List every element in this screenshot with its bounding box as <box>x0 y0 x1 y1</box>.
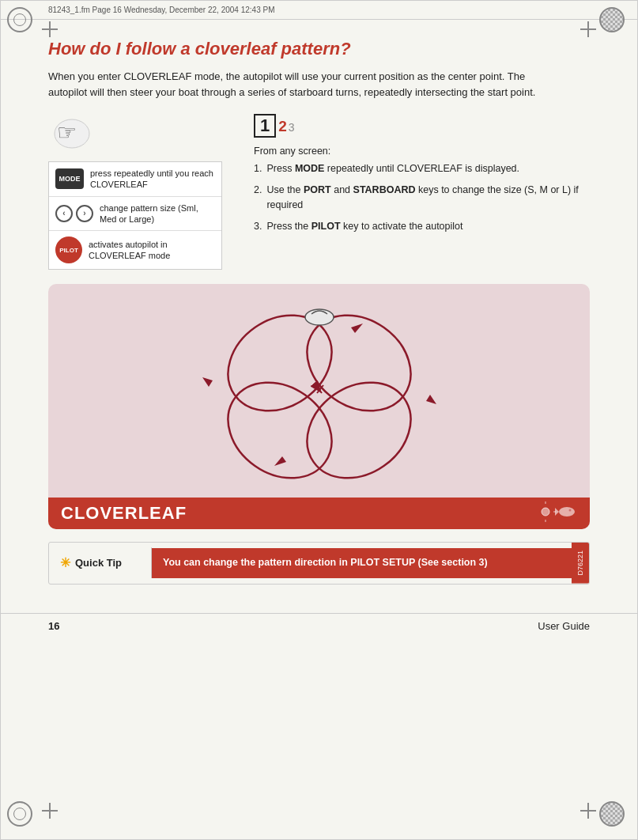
arrow-buttons: ‹ › <box>55 205 93 222</box>
instruction-text-1: Press MODE repeatedly until CLOVERLEAF i… <box>266 161 519 176</box>
diagram-footer: CLOVERLEAF <box>48 498 590 529</box>
main-content: How do I follow a cloverleaf pattern? Wh… <box>1 20 637 613</box>
instruction-text-3: Press the PILOT key to activate the auto… <box>266 219 462 234</box>
mode-button-badge: MODE <box>55 168 84 189</box>
starboard-key: STARBOARD <box>353 184 416 195</box>
from-screen-label: From any screen: <box>254 146 590 157</box>
svg-text:☞: ☞ <box>57 120 77 145</box>
hand-icon-box: ☞ <box>48 114 96 153</box>
cross-mark-bl <box>42 803 58 819</box>
mode-key: MODE <box>295 163 325 174</box>
corner-circle <box>599 801 625 827</box>
page: 81243_1.fm Page 16 Wednesday, December 2… <box>0 0 638 840</box>
hand-pointing-icon: ☞ <box>51 116 94 152</box>
cloverleaf-label: CLOVERLEAF <box>61 503 187 524</box>
cloverleaf-svg <box>169 292 470 490</box>
left-arrow-button: ‹ <box>55 205 73 222</box>
corner-mark-br <box>599 801 631 833</box>
instruction-item-3: 3. Press the PILOT key to activate the a… <box>254 219 590 234</box>
steps-table: MODE press repeatedly until you reach CL… <box>48 161 222 270</box>
fish-icon <box>538 500 577 528</box>
pilot-button-badge: PILOT <box>55 236 82 263</box>
arrow-step-label: change pattern size (Sml, Med or Large) <box>100 202 215 225</box>
diagram-inner <box>48 284 590 498</box>
corner-circle <box>7 801 32 827</box>
quick-tip-label-text: Quick Tip <box>75 557 122 569</box>
arrow-step-row: ‹ › change pattern size (Sml, Med or Lar… <box>49 197 221 232</box>
corner-circle <box>599 7 625 32</box>
quick-tip-label-box: ✳ Quick Tip <box>49 547 152 578</box>
file-info: 81243_1.fm Page 16 Wednesday, December 2… <box>48 6 274 14</box>
page-number: 16 <box>48 620 59 632</box>
diagram-container: CLOVERLEAF <box>48 284 590 529</box>
boat-icon <box>305 309 334 325</box>
cross-mark-tl <box>42 21 58 37</box>
instruction-item-1: 1. Press MODE repeatedly until CLOVERLEA… <box>254 161 590 176</box>
pilot-key: PILOT <box>311 221 341 232</box>
quick-tip-text: You can change the pattern direction in … <box>152 548 572 578</box>
corner-mark-tl <box>7 7 39 39</box>
header-bar: 81243_1.fm Page 16 Wednesday, December 2… <box>1 1 637 20</box>
instruction-item-2: 2. Use the PORT and STARBOARD keys to ch… <box>254 183 590 213</box>
user-guide-label: User Guide <box>538 620 590 632</box>
two-column-section: ☞ MODE press repeatedly until you reach … <box>48 114 590 270</box>
intro-paragraph: When you enter CLOVERLEAF mode, the auto… <box>48 69 554 100</box>
tip-code: D76221 <box>572 543 589 584</box>
port-key: PORT <box>304 184 331 195</box>
svg-point-5 <box>289 363 429 490</box>
num-three: 3 <box>289 121 295 134</box>
svg-point-8 <box>542 508 549 516</box>
cross-mark-br <box>580 803 596 819</box>
corner-circle-inner <box>13 808 26 820</box>
svg-point-4 <box>210 363 350 490</box>
instructions-list: 1. Press MODE repeatedly until CLOVERLEA… <box>254 161 590 233</box>
instruction-text-2: Use the PORT and STARBOARD keys to chang… <box>266 183 590 213</box>
pilot-step-row: PILOT activates autopilot in CLOVERLEAF … <box>49 231 221 269</box>
lightbulb-icon: ✳ <box>60 555 70 570</box>
list-num-3: 3. <box>254 219 262 234</box>
right-arrow-button: › <box>76 205 93 222</box>
numbers-icon: 1 2 3 <box>254 114 590 138</box>
mode-step-label: press repeatedly until you reach CLOVERL… <box>90 168 215 191</box>
corner-circle <box>7 7 32 32</box>
num-two: 2 <box>278 118 287 135</box>
right-column: 1 2 3 From any screen: 1. Press MODE rep… <box>254 114 590 240</box>
fish-sun-icon <box>538 500 577 524</box>
list-num-1: 1. <box>254 161 262 176</box>
page-title: How do I follow a cloverleaf pattern? <box>48 39 590 59</box>
corner-circle-inner <box>13 13 26 26</box>
corner-mark-tr <box>599 7 631 39</box>
list-num-2: 2. <box>254 183 262 213</box>
page-footer: 16 User Guide <box>1 613 637 638</box>
svg-point-13 <box>559 507 575 516</box>
cross-mark-tr <box>580 21 596 37</box>
corner-mark-bl <box>7 801 39 833</box>
left-column: ☞ MODE press repeatedly until you reach … <box>48 114 238 270</box>
num-one: 1 <box>254 114 276 138</box>
mode-step-row: MODE press repeatedly until you reach CL… <box>49 162 221 197</box>
quick-tip-bar: ✳ Quick Tip You can change the pattern d… <box>48 542 590 585</box>
svg-point-14 <box>569 509 572 511</box>
pilot-step-label: activates autopilot in CLOVERLEAF mode <box>89 239 215 262</box>
